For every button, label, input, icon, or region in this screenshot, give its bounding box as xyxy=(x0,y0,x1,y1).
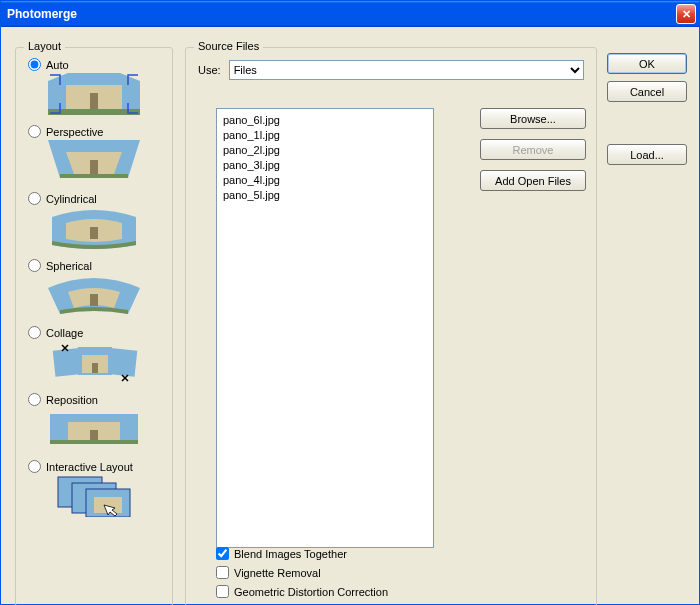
vignette-label: Vignette Removal xyxy=(234,567,321,579)
layout-auto-radio[interactable] xyxy=(28,58,41,71)
file-list[interactable]: pano_6l.jpgpano_1l.jpgpano_2l.jpgpano_3l… xyxy=(216,108,434,548)
layout-interactive-label: Interactive Layout xyxy=(46,461,133,473)
svg-marker-7 xyxy=(60,174,128,178)
layout-collage-row[interactable]: Collage xyxy=(28,326,164,339)
layout-spherical-row[interactable]: Spherical xyxy=(28,259,164,272)
interactive-thumb-icon xyxy=(48,475,140,517)
close-icon: ✕ xyxy=(682,8,691,21)
layout-group: Layout Auto Perspective Cylindrical Sphe… xyxy=(15,47,173,605)
svg-rect-8 xyxy=(90,227,98,239)
layout-reposition-row[interactable]: Reposition xyxy=(28,393,164,406)
svg-rect-14 xyxy=(92,363,98,373)
source-files-group: Source Files Use: Files pano_6l.jpgpano_… xyxy=(185,47,597,605)
collage-thumb-icon xyxy=(48,341,140,383)
dialog-buttons: OK Cancel Load... xyxy=(607,53,687,165)
perspective-thumb-icon xyxy=(48,140,140,182)
window-title: Photomerge xyxy=(7,7,676,21)
layout-spherical-thumb xyxy=(48,274,140,316)
content-area: Layout Auto Perspective Cylindrical Sphe… xyxy=(1,27,699,604)
layout-collage-label: Collage xyxy=(46,327,83,339)
geometric-check-row[interactable]: Geometric Distortion Correction xyxy=(216,585,388,598)
blend-label: Blend Images Together xyxy=(234,548,347,560)
source-buttons: Browse... Remove Add Open Files xyxy=(480,108,586,191)
file-item[interactable]: pano_1l.jpg xyxy=(223,128,427,143)
layout-reposition-thumb xyxy=(48,408,140,450)
reposition-thumb-icon xyxy=(48,408,140,450)
load-button[interactable]: Load... xyxy=(607,144,687,165)
svg-rect-2 xyxy=(48,109,140,115)
layout-auto-row[interactable]: Auto xyxy=(28,58,164,71)
geometric-checkbox[interactable] xyxy=(216,585,229,598)
layout-perspective-radio[interactable] xyxy=(28,125,41,138)
vignette-check-row[interactable]: Vignette Removal xyxy=(216,566,388,579)
ok-button[interactable]: OK xyxy=(607,53,687,74)
layout-collage-radio[interactable] xyxy=(28,326,41,339)
layout-auto-label: Auto xyxy=(46,59,69,71)
add-open-files-button[interactable]: Add Open Files xyxy=(480,170,586,191)
layout-collage-thumb xyxy=(48,341,140,383)
vignette-checkbox[interactable] xyxy=(216,566,229,579)
use-row: Use: Files xyxy=(198,60,584,80)
layout-perspective-thumb xyxy=(48,140,140,182)
layout-spherical-label: Spherical xyxy=(46,260,92,272)
layout-cylindrical-label: Cylindrical xyxy=(46,193,97,205)
layout-interactive-radio[interactable] xyxy=(28,460,41,473)
file-item[interactable]: pano_2l.jpg xyxy=(223,143,427,158)
blend-check-row[interactable]: Blend Images Together xyxy=(216,547,388,560)
layout-interactive-row[interactable]: Interactive Layout xyxy=(28,460,164,473)
file-item[interactable]: pano_4l.jpg xyxy=(223,173,427,188)
file-item[interactable]: pano_6l.jpg xyxy=(223,113,427,128)
layout-perspective-label: Perspective xyxy=(46,126,103,138)
cylindrical-thumb-icon xyxy=(48,207,140,249)
browse-button[interactable]: Browse... xyxy=(480,108,586,129)
layout-perspective-row[interactable]: Perspective xyxy=(28,125,164,138)
layout-interactive-thumb xyxy=(48,475,140,517)
cancel-button[interactable]: Cancel xyxy=(607,81,687,102)
geometric-label: Geometric Distortion Correction xyxy=(234,586,388,598)
svg-rect-9 xyxy=(90,294,98,306)
layout-legend: Layout xyxy=(24,40,65,52)
close-button[interactable]: ✕ xyxy=(676,4,696,24)
svg-rect-19 xyxy=(90,430,98,440)
file-item[interactable]: pano_3l.jpg xyxy=(223,158,427,173)
remove-button[interactable]: Remove xyxy=(480,139,586,160)
layout-spherical-radio[interactable] xyxy=(28,259,41,272)
layout-reposition-radio[interactable] xyxy=(28,393,41,406)
svg-rect-3 xyxy=(90,93,98,109)
svg-rect-6 xyxy=(90,160,98,174)
titlebar[interactable]: Photomerge ✕ xyxy=(1,1,699,27)
blend-checkbox[interactable] xyxy=(216,547,229,560)
photomerge-dialog: Photomerge ✕ Layout Auto Perspective Cyl… xyxy=(0,0,700,605)
use-label: Use: xyxy=(198,64,221,76)
options-checks: Blend Images Together Vignette Removal G… xyxy=(216,547,388,598)
svg-rect-20 xyxy=(50,440,138,444)
layout-auto-thumb xyxy=(48,73,140,115)
spherical-thumb-icon xyxy=(48,274,140,316)
use-select[interactable]: Files xyxy=(229,60,584,80)
file-item[interactable]: pano_5l.jpg xyxy=(223,188,427,203)
auto-thumb-icon xyxy=(48,73,140,115)
layout-cylindrical-radio[interactable] xyxy=(28,192,41,205)
layout-cylindrical-thumb xyxy=(48,207,140,249)
layout-reposition-label: Reposition xyxy=(46,394,98,406)
layout-cylindrical-row[interactable]: Cylindrical xyxy=(28,192,164,205)
source-legend: Source Files xyxy=(194,40,263,52)
spacer xyxy=(607,109,687,137)
